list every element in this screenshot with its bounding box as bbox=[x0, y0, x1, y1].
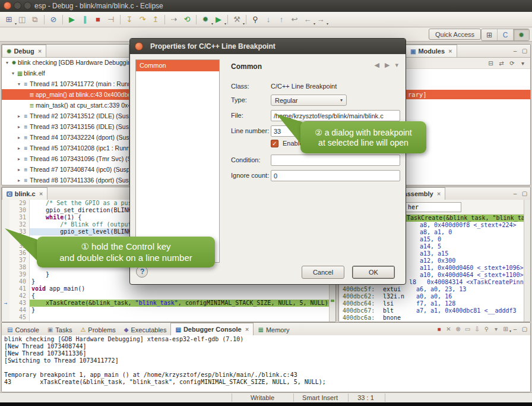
tab-executables[interactable]: ◆Executables bbox=[120, 324, 171, 335]
tree-toggle-icon[interactable]: ▸ bbox=[16, 178, 22, 183]
save-all-icon[interactable]: ⧉ bbox=[28, 14, 42, 26]
minimize-icon[interactable]: – bbox=[511, 46, 519, 55]
tree-toggle-icon[interactable]: ▾ bbox=[10, 71, 16, 76]
line-number[interactable]: 33 bbox=[10, 228, 30, 235]
disconnect-icon[interactable]: ⊣ bbox=[104, 14, 118, 26]
line-number[interactable]: 34 bbox=[10, 235, 30, 243]
close-icon[interactable]: ✕ bbox=[245, 327, 249, 332]
ignore-count-field[interactable] bbox=[271, 170, 400, 181]
step-return-icon[interactable]: ↥ bbox=[149, 14, 162, 26]
suspend-icon[interactable]: ∥ bbox=[78, 14, 91, 26]
forward-icon[interactable]: →▾ bbox=[314, 14, 327, 26]
tab-console[interactable]: ▤Console bbox=[3, 324, 43, 335]
open-perspective-icon[interactable]: ⊞ bbox=[482, 29, 498, 40]
line-number[interactable]: 36 bbox=[10, 250, 30, 257]
tree-toggle-icon[interactable]: ▾ bbox=[4, 60, 10, 65]
minimize-icon[interactable]: – bbox=[511, 189, 519, 197]
editor-line[interactable]: 44} bbox=[2, 307, 330, 314]
debug-tree-item[interactable]: ▸≡Thread #5 1073410208 (ipc1 : Running) bbox=[2, 143, 129, 153]
help-button[interactable]: ? bbox=[136, 266, 148, 278]
tab-debugger-console[interactable]: ▤Debugger Console✕ bbox=[170, 323, 254, 335]
condition-field[interactable] bbox=[271, 155, 400, 166]
external-tools-icon-dropdown[interactable]: ▾ bbox=[243, 21, 245, 26]
debug-tree-item[interactable]: ▸≡Thread #7 1073408744 (ipc0) (Suspended… bbox=[2, 164, 129, 175]
debug-tree-item[interactable]: ▾▦blink.elf bbox=[2, 68, 129, 78]
line-number[interactable]: 40 bbox=[10, 278, 30, 285]
open-console-icon[interactable]: ⊞▾ bbox=[502, 325, 509, 333]
tree-toggle-icon[interactable]: ▸ bbox=[16, 156, 22, 162]
external-tools-icon[interactable]: ⚒▾ bbox=[230, 14, 243, 26]
editor-line[interactable]: 41void app_main() bbox=[2, 285, 330, 292]
quick-access-button[interactable]: Quick Access bbox=[429, 29, 481, 40]
line-number[interactable]: 43 bbox=[10, 300, 30, 307]
previous-annotation-icon[interactable]: ↑ bbox=[275, 14, 288, 26]
last-edit-location-icon[interactable]: ↩ bbox=[288, 14, 301, 26]
debug-tree-item[interactable]: ▾≡Thread #1 1073411772 (main : Running) bbox=[2, 78, 129, 89]
line-number[interactable]: 45 bbox=[10, 314, 30, 321]
view-menu-icon[interactable]: ▾ bbox=[519, 59, 527, 67]
line-number[interactable]: 35 bbox=[10, 243, 30, 250]
step-over-icon[interactable]: ↷ bbox=[136, 14, 149, 26]
line-number[interactable]: 39 bbox=[10, 271, 30, 278]
debug-perspective-icon[interactable]: ✹ bbox=[514, 29, 529, 40]
dialog-close-button[interactable] bbox=[135, 42, 143, 51]
tree-toggle-icon[interactable]: ▸ bbox=[16, 167, 22, 172]
step-into-icon[interactable]: ↧ bbox=[123, 14, 136, 26]
maximize-icon[interactable]: ▢ bbox=[521, 46, 528, 55]
close-icon[interactable]: ✕ bbox=[437, 191, 441, 197]
line-number[interactable]: 38 bbox=[10, 264, 30, 271]
line-number[interactable]: 42 bbox=[10, 292, 30, 300]
run-icon-dropdown[interactable]: ▾ bbox=[224, 21, 226, 26]
tab-tasks[interactable]: ▣Tasks bbox=[43, 324, 77, 335]
remove-all-launches-icon[interactable]: ⊗ bbox=[454, 325, 462, 333]
tab-problems[interactable]: ⚠Problems bbox=[76, 324, 119, 335]
line-number[interactable]: 31 bbox=[10, 214, 30, 221]
close-icon[interactable]: ✕ bbox=[39, 191, 43, 197]
location-input[interactable] bbox=[406, 202, 461, 212]
tree-toggle-icon[interactable]: ▸ bbox=[16, 146, 22, 151]
window-minimize-button[interactable] bbox=[14, 2, 21, 10]
tree-toggle-icon[interactable]: ▸ bbox=[16, 114, 22, 119]
disassembly-scrollbar[interactable] bbox=[524, 200, 530, 322]
terminate-icon[interactable]: ■ bbox=[435, 325, 443, 333]
disassembly-row[interactable]: 400dbc6a:bnone bbox=[339, 314, 524, 322]
editor-line[interactable]: 45 bbox=[2, 314, 330, 321]
save-icon[interactable]: ◫ bbox=[15, 14, 28, 26]
line-number[interactable]: 37 bbox=[10, 257, 30, 264]
scroll-lock-icon[interactable]: ⇩ bbox=[473, 325, 481, 333]
line-number[interactable]: 29 bbox=[10, 200, 30, 207]
clear-console-icon[interactable]: ▭ bbox=[464, 325, 471, 333]
debug-icon[interactable]: ✹▾ bbox=[199, 14, 212, 26]
debug-tree-item[interactable]: ≣main_task() at cpu_start.c:339 0x4008 bbox=[2, 100, 129, 111]
close-icon[interactable]: ✕ bbox=[448, 49, 452, 54]
dialog-sidebar-item[interactable]: Common bbox=[136, 60, 219, 71]
terminate-icon[interactable]: ■ bbox=[91, 14, 104, 26]
debug-tree-item[interactable]: ▸≡Thread #2 1073413512 (IDLE) (Suspended… bbox=[2, 111, 129, 121]
debug-tree-item[interactable]: ▸≡Thread #3 1073413156 (IDLE) (Suspended… bbox=[2, 121, 129, 132]
debug-tree-item[interactable]: ▸≡Thread #8 1073411336 (dport) (Suspende… bbox=[2, 175, 129, 185]
view-menu-icon[interactable]: ▾ bbox=[395, 61, 398, 69]
type-select[interactable]: Regular ▾ bbox=[271, 95, 347, 106]
line-number[interactable]: 41 bbox=[10, 285, 30, 292]
collapse-all-icon[interactable]: ⊟ bbox=[487, 59, 495, 67]
editor-line[interactable]: →43 xTaskCreate(&blink_task, "blink_task… bbox=[2, 300, 330, 307]
tab-blink-c[interactable]: C blink.c ✕ bbox=[2, 187, 48, 200]
disassembly-row[interactable]: 400dbc67:blta7, a1, 0x400dbc81 <__adddf3 bbox=[339, 307, 524, 314]
overview-annotation[interactable] bbox=[331, 300, 334, 302]
tree-toggle-icon[interactable]: ▸ bbox=[16, 135, 22, 140]
resume-icon[interactable]: ▶ bbox=[65, 14, 78, 26]
enabled-checkbox[interactable]: ✓ bbox=[271, 140, 278, 147]
remove-launch-icon[interactable]: ✕ bbox=[445, 325, 452, 333]
refresh-icon[interactable]: ⟳ bbox=[508, 59, 516, 67]
disassembly-row[interactable]: 400dbc5f:extuia6, a0, 23, 13 bbox=[339, 286, 524, 293]
debug-tree-item[interactable]: ▸≡Thread #6 1073431096 (Tmr Svc) (Suspen… bbox=[2, 153, 129, 164]
disassembly-row[interactable]: 400dbc62:l32i.na0, a0, 16 bbox=[339, 293, 524, 300]
debug-tree-item[interactable]: ▾✹blink checking [GDB Hardware Debugging… bbox=[2, 57, 129, 68]
run-icon[interactable]: ▶▾ bbox=[212, 14, 225, 26]
skip-all-breakpoints-icon[interactable]: ⊘ bbox=[47, 14, 60, 26]
minimize-icon[interactable]: – bbox=[511, 325, 519, 333]
file-field[interactable] bbox=[271, 110, 400, 121]
back-icon[interactable]: ←▾ bbox=[301, 14, 314, 26]
forward-icon-dropdown[interactable]: ▾ bbox=[327, 21, 328, 26]
debug-tree-item[interactable]: ▸≡Thread #4 1073432224 (dport) (Suspende… bbox=[2, 132, 129, 143]
